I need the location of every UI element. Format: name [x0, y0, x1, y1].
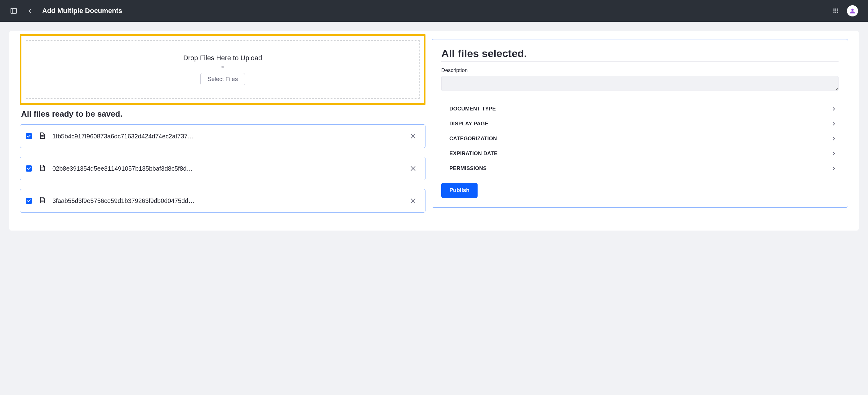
- apps-grid-icon[interactable]: [832, 7, 839, 14]
- file-row[interactable]: 1fb5b4c917f960873a6dc71632d424d74ec2af73…: [20, 124, 426, 148]
- right-column: All files selected. Description DOCUMENT…: [432, 34, 859, 221]
- dropzone-title: Drop Files Here to Upload: [183, 54, 262, 62]
- svg-rect-8: [834, 12, 835, 13]
- properties-panel: All files selected. Description DOCUMENT…: [432, 39, 848, 208]
- file-row-left: 3faab55d3f9e5756ce59d1b379263f9db0d0475d…: [26, 197, 195, 205]
- dropzone-or: or: [220, 64, 224, 69]
- file-checkbox[interactable]: [26, 133, 32, 139]
- svg-rect-10: [837, 12, 838, 13]
- back-icon[interactable]: [26, 7, 33, 14]
- accordion-label: DISPLAY PAGE: [450, 121, 489, 127]
- header-left: Add Multiple Documents: [10, 7, 122, 15]
- accordion-list: DOCUMENT TYPE DISPLAY PAGE CATEGORIZATIO…: [441, 101, 839, 176]
- document-icon: [39, 164, 45, 173]
- chevron-right-icon: [831, 151, 837, 156]
- svg-rect-6: [835, 10, 836, 11]
- publish-button[interactable]: Publish: [441, 183, 477, 198]
- page-title: Add Multiple Documents: [42, 7, 122, 15]
- files-ready-heading: All files ready to be saved.: [21, 109, 426, 119]
- file-checkbox[interactable]: [26, 165, 32, 172]
- svg-rect-5: [834, 10, 835, 11]
- svg-rect-9: [835, 12, 836, 13]
- upload-highlight-frame: Drop Files Here to Upload or Select File…: [20, 34, 426, 105]
- panel-toggle-icon[interactable]: [10, 7, 18, 14]
- svg-rect-0: [11, 8, 17, 13]
- description-input[interactable]: [441, 76, 839, 91]
- accordion-item[interactable]: EXPIRATION DATE: [450, 146, 839, 161]
- file-checkbox[interactable]: [26, 198, 32, 204]
- accordion-label: DOCUMENT TYPE: [450, 106, 496, 112]
- remove-file-icon[interactable]: [410, 165, 416, 172]
- accordion-label: PERMISSIONS: [450, 165, 487, 172]
- chevron-right-icon: [831, 166, 837, 171]
- content-area: Drop Files Here to Upload or Select File…: [0, 22, 868, 240]
- file-name: 02b8e391354d5ee311491057b135bbaf3d8c5f8d…: [53, 165, 195, 172]
- svg-rect-3: [835, 9, 836, 10]
- chevron-right-icon: [831, 106, 837, 112]
- svg-rect-4: [837, 9, 838, 10]
- accordion-label: CATEGORIZATION: [450, 135, 497, 142]
- header-right: [832, 5, 858, 17]
- app-header: Add Multiple Documents: [0, 0, 868, 22]
- file-list: 1fb5b4c917f960873a6dc71632d424d74ec2af73…: [20, 124, 426, 213]
- select-files-button[interactable]: Select Files: [200, 73, 245, 85]
- left-column: Drop Files Here to Upload or Select File…: [9, 34, 426, 221]
- svg-rect-2: [834, 9, 835, 10]
- accordion-label: EXPIRATION DATE: [450, 151, 497, 157]
- file-row[interactable]: 02b8e391354d5ee311491057b135bbaf3d8c5f8d…: [20, 157, 426, 180]
- file-row-left: 1fb5b4c917f960873a6dc71632d424d74ec2af73…: [26, 132, 195, 140]
- accordion-item[interactable]: PERMISSIONS: [450, 161, 839, 176]
- document-icon: [39, 197, 45, 205]
- file-row-left: 02b8e391354d5ee311491057b135bbaf3d8c5f8d…: [26, 164, 195, 173]
- description-label: Description: [441, 67, 839, 73]
- remove-file-icon[interactable]: [410, 133, 416, 140]
- accordion-item[interactable]: CATEGORIZATION: [450, 131, 839, 146]
- chevron-right-icon: [831, 121, 837, 127]
- accordion-item[interactable]: DOCUMENT TYPE: [450, 101, 839, 116]
- panel-title: All files selected.: [441, 48, 839, 62]
- document-icon: [39, 132, 45, 140]
- file-row[interactable]: 3faab55d3f9e5756ce59d1b379263f9db0d0475d…: [20, 189, 426, 213]
- accordion-item[interactable]: DISPLAY PAGE: [450, 116, 839, 131]
- remove-file-icon[interactable]: [410, 198, 416, 204]
- svg-point-11: [851, 9, 854, 11]
- chevron-right-icon: [831, 136, 837, 142]
- user-avatar[interactable]: [847, 5, 858, 17]
- svg-rect-7: [837, 10, 838, 11]
- file-dropzone[interactable]: Drop Files Here to Upload or Select File…: [26, 40, 420, 99]
- file-name: 3faab55d3f9e5756ce59d1b379263f9db0d0475d…: [53, 198, 195, 205]
- file-name: 1fb5b4c917f960873a6dc71632d424d74ec2af73…: [53, 133, 195, 140]
- main-card: Drop Files Here to Upload or Select File…: [9, 31, 859, 231]
